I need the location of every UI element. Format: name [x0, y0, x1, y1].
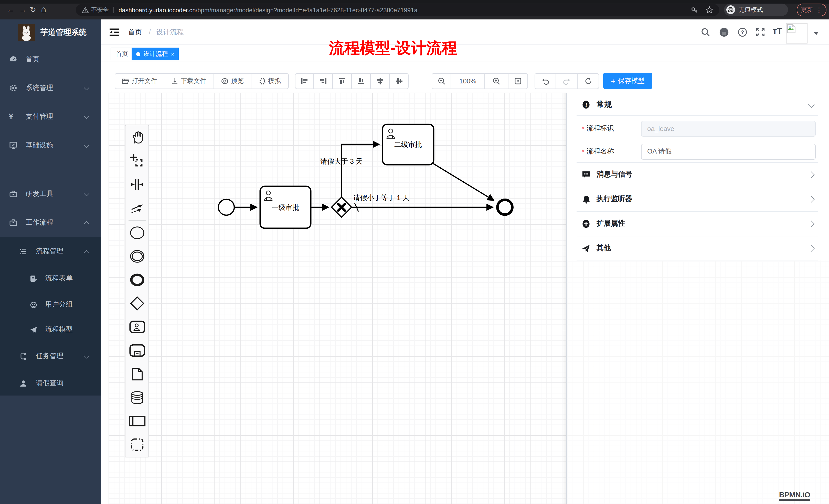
help-icon[interactable]: ?: [738, 28, 747, 37]
undo-button[interactable]: [535, 73, 556, 89]
chip-icon: [259, 78, 265, 84]
preview-button[interactable]: 预览: [214, 73, 251, 89]
browser-home-button[interactable]: ⌂: [41, 0, 46, 20]
chevron-right-icon: [808, 171, 815, 178]
sidebar-item-user-group[interactable]: 用户分组: [0, 294, 101, 315]
font-size-icon[interactable]: тT: [773, 26, 782, 36]
face-icon: [30, 301, 37, 308]
start-event[interactable]: [218, 199, 234, 215]
align-middle-button[interactable]: [371, 73, 390, 89]
panel-section-general[interactable]: i 常规: [567, 93, 829, 115]
user-task-level1[interactable]: 一级审批: [260, 186, 311, 228]
flow-task2-to-end[interactable]: [433, 163, 494, 200]
bookmark-star-icon[interactable]: [706, 6, 713, 14]
align-right-button[interactable]: [314, 73, 333, 89]
task1-label: 一级审批: [272, 204, 299, 211]
app-title: 芋道管理系统: [40, 28, 86, 37]
zoom-button-group: 100%: [432, 73, 528, 89]
align-center-button[interactable]: [390, 73, 408, 89]
incognito-badge: 无痕模式: [724, 4, 788, 16]
app-logo: [18, 24, 35, 41]
align-left-button[interactable]: [295, 73, 314, 89]
simulate-button[interactable]: 模拟: [251, 73, 289, 89]
restart-button[interactable]: [578, 73, 599, 89]
align-bottom-button[interactable]: [352, 73, 371, 89]
fullscreen-icon[interactable]: [756, 28, 765, 37]
chevron-right-icon: [808, 196, 815, 202]
update-label: 更新: [801, 6, 813, 14]
panel-section-execution-listener[interactable]: 执行监听器: [567, 187, 829, 211]
search-icon[interactable]: [701, 28, 710, 37]
align-top-button[interactable]: [333, 73, 352, 89]
tab-design-process[interactable]: 设计流程 ×: [132, 48, 179, 61]
bpmn-io-watermark[interactable]: BPMN.iO: [779, 491, 810, 501]
message-icon: [582, 170, 590, 179]
sidebar-item-payment[interactable]: ¥ 支付管理: [0, 107, 101, 127]
zoom-level[interactable]: 100%: [451, 73, 485, 89]
fit-viewport-button[interactable]: [508, 73, 528, 89]
sidebar-collapse-icon[interactable]: [110, 28, 119, 36]
sidebar-item-task-management[interactable]: 任务管理: [0, 346, 101, 366]
incognito-label: 无痕模式: [738, 5, 763, 14]
close-tab-icon[interactable]: ×: [171, 51, 174, 57]
download-file-button[interactable]: 下载文件: [165, 73, 214, 89]
process-name-input[interactable]: [641, 144, 816, 159]
zoom-out-button[interactable]: [432, 73, 451, 89]
folder-open-icon: [122, 78, 129, 84]
breadcrumb-home[interactable]: 首页: [128, 28, 142, 37]
file-button-group: 打开文件 下载文件 预览 模拟: [115, 73, 289, 89]
zoom-in-button[interactable]: [485, 73, 508, 89]
monitor-icon: [9, 141, 17, 149]
align-top-icon: [338, 77, 346, 85]
address-bar[interactable]: 不安全 dashboard.yudao.iocoder.cn/bpm/manag…: [76, 4, 719, 16]
align-button-group: [295, 73, 408, 89]
save-model-button[interactable]: + 保存模型: [603, 73, 652, 89]
sidebar-item-system[interactable]: 系统管理: [0, 78, 101, 98]
browser-update-button[interactable]: 更新 ⋮: [797, 4, 826, 16]
field-process-key: * 流程标识: [567, 120, 829, 137]
top-navbar: 首页 / 设计流程 ? тT: [101, 20, 829, 45]
sidebar-item-infrastructure[interactable]: 基础设施: [0, 135, 101, 156]
end-event[interactable]: [498, 200, 512, 215]
task2-label: 二级审批: [394, 141, 422, 148]
sidebar-item-process-form[interactable]: 流程表单: [0, 268, 101, 288]
yen-icon: ¥: [9, 112, 13, 121]
divider: [577, 115, 818, 116]
preview-icon: [221, 78, 228, 84]
undo-icon: [541, 77, 549, 85]
flow-gateway-to-task2[interactable]: [341, 144, 379, 197]
browser-tab-strip: [0, 0, 829, 4]
chevron-down-icon: [84, 113, 89, 119]
active-tab-dot: [136, 52, 140, 56]
browser-forward-button[interactable]: →: [19, 0, 27, 20]
password-key-icon[interactable]: [691, 6, 698, 14]
panel-section-extended-attributes[interactable]: 扩展属性: [567, 211, 829, 236]
browser-back-button[interactable]: ←: [7, 0, 14, 20]
user-task-level2[interactable]: 二级审批: [383, 124, 434, 165]
align-bottom-icon: [357, 77, 365, 85]
browser-menu-icon[interactable]: ⋮: [816, 6, 822, 14]
open-file-button[interactable]: 打开文件: [115, 73, 165, 89]
breadcrumb-current: 设计流程: [156, 28, 184, 37]
exclusive-gateway[interactable]: [331, 197, 352, 217]
avatar[interactable]: [786, 23, 807, 43]
plus-circle-icon: [582, 219, 590, 228]
redo-button[interactable]: [556, 73, 578, 89]
sidebar-item-workflow[interactable]: 工作流程: [0, 212, 101, 233]
github-icon[interactable]: [719, 27, 729, 37]
sidebar-item-home[interactable]: 首页: [0, 49, 101, 70]
process-key-input[interactable]: [641, 120, 816, 137]
caret-down-icon[interactable]: [814, 32, 819, 35]
chevron-down-icon: [84, 85, 89, 90]
sidebar-item-process-model[interactable]: 流程模型: [0, 319, 101, 340]
security-label: 不安全: [91, 6, 109, 14]
zoom-out-icon: [437, 77, 445, 85]
sidebar-item-dev-tools[interactable]: 研发工具: [0, 184, 101, 204]
panel-section-other[interactable]: 其他: [567, 236, 829, 261]
sidebar-item-leave-query[interactable]: 请假查询: [0, 373, 101, 393]
browser-reload-button[interactable]: ↻: [30, 0, 36, 20]
bell-icon: [582, 195, 590, 203]
panel-section-message-signal[interactable]: 消息与信号: [567, 162, 829, 187]
sidebar-item-process-management[interactable]: 流程管理: [0, 241, 101, 262]
tab-home[interactable]: 首页: [111, 48, 133, 61]
